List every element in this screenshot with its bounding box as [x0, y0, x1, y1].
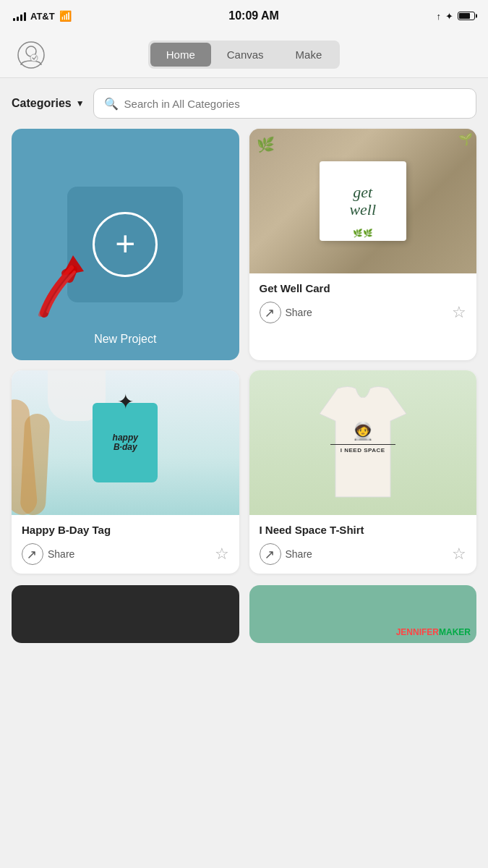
jennifer-maker-badge: JENNIFERMAKER [396, 627, 471, 637]
carrier-label: AT&T [30, 11, 55, 22]
partial-card-left[interactable] [12, 585, 239, 643]
bow-icon: ✦ [117, 390, 134, 414]
new-project-inner: + [67, 187, 183, 302]
bday-card-image: ✦ happyB·day [12, 370, 239, 515]
bday-share-label: Share [48, 548, 74, 560]
signal-icon [13, 11, 26, 21]
nav-tabs: Home Canvas Make [148, 41, 341, 69]
search-box[interactable]: 🔍 [93, 88, 476, 119]
user-icon [17, 41, 46, 69]
get-well-card-actions: Share ☆ [260, 302, 467, 323]
status-right: ↑ ✦ [436, 11, 475, 22]
bday-share-button[interactable]: Share [22, 543, 74, 565]
search-icon: 🔍 [104, 97, 119, 111]
new-project-card[interactable]: + New Project [12, 129, 239, 360]
share-icon [22, 543, 43, 565]
maker-text: MAKER [439, 627, 471, 637]
space-card-actions: Share ☆ [260, 543, 467, 565]
get-well-card-image: 🌿 🌱 getwell 🌿🌿 [249, 129, 477, 273]
space-favorite-button[interactable]: ☆ [452, 545, 466, 563]
get-well-card-title: Get Well Card [260, 282, 467, 294]
jennifer-text: JENNIFER [396, 627, 439, 637]
tab-canvas[interactable]: Canvas [211, 43, 280, 67]
space-share-button[interactable]: Share [260, 543, 312, 565]
leaves-decoration: 🌿🌿 [353, 229, 373, 238]
svg-point-2 [30, 54, 38, 61]
space-card-title: I Need Space T-Shirt [260, 524, 467, 536]
get-well-card-body: Get Well Card Share ☆ [249, 273, 477, 332]
bday-card-body: Happy B-Day Tag Share ☆ [12, 515, 239, 574]
plus-circle: + [93, 212, 158, 277]
bottom-partial-cards: JENNIFERMAKER [0, 585, 488, 643]
get-well-card[interactable]: 🌿 🌱 getwell 🌿🌿 Get Well Card Shar [249, 129, 477, 360]
project-grid: + New Project 🌿 🌱 [0, 129, 488, 585]
new-project-label: New Project [94, 333, 156, 346]
search-area: Categories ▼ 🔍 [0, 78, 488, 129]
bday-favorite-button[interactable]: ☆ [215, 545, 229, 563]
space-card[interactable]: 🧑‍🚀 I NEED SPACE I Need Space T-Shirt Sh… [249, 370, 477, 574]
share-arrow-icon [265, 307, 275, 318]
status-bar: AT&T 📶 10:09 AM ↑ ✦ [0, 0, 488, 32]
search-input[interactable] [124, 98, 466, 110]
tab-make[interactable]: Make [280, 43, 338, 67]
avatar-button[interactable] [14, 38, 48, 72]
bluetooth-icon: ✦ [445, 11, 453, 22]
nav-bar: Home Canvas Make [0, 32, 488, 78]
bday-card-title: Happy B-Day Tag [22, 524, 229, 536]
categories-button[interactable]: Categories ▼ [12, 97, 85, 110]
space-card-image: 🧑‍🚀 I NEED SPACE [249, 370, 477, 515]
tshirt-container: 🧑‍🚀 I NEED SPACE [249, 370, 477, 515]
get-well-card-text: getwell 🌿🌿 [349, 184, 376, 218]
partial-card-right[interactable]: JENNIFERMAKER [249, 585, 477, 643]
share-arrow-icon [27, 549, 38, 559]
bday-bag-text: happyB·day [113, 433, 138, 452]
location-icon: ↑ [436, 11, 441, 22]
space-share-label: Share [286, 548, 312, 560]
categories-label: Categories [12, 97, 72, 110]
get-well-inner-card: getwell 🌿🌿 [320, 161, 406, 241]
dropdown-icon: ▼ [76, 98, 85, 109]
tab-home[interactable]: Home [150, 43, 211, 67]
get-well-share-label: Share [286, 307, 312, 318]
wifi-icon: 📶 [59, 10, 72, 22]
space-shirt-text: I NEED SPACE [330, 444, 395, 454]
get-well-favorite-button[interactable]: ☆ [452, 303, 466, 322]
share-arrow-icon [265, 549, 275, 559]
get-well-share-button[interactable]: Share [260, 302, 312, 323]
status-left: AT&T 📶 [13, 10, 72, 22]
bday-bag: ✦ happyB·day [93, 403, 158, 482]
share-icon [260, 543, 281, 565]
clock: 10:09 AM [228, 9, 279, 22]
battery-icon [458, 12, 475, 20]
astronaut-display: 🧑‍🚀 [330, 421, 395, 441]
bday-card-actions: Share ☆ [22, 543, 229, 565]
bday-card[interactable]: ✦ happyB·day Happy B-Day Tag Share ☆ [12, 370, 239, 574]
space-card-body: I Need Space T-Shirt Share ☆ [249, 515, 477, 574]
share-icon [260, 302, 281, 323]
plus-icon: + [115, 226, 135, 261]
